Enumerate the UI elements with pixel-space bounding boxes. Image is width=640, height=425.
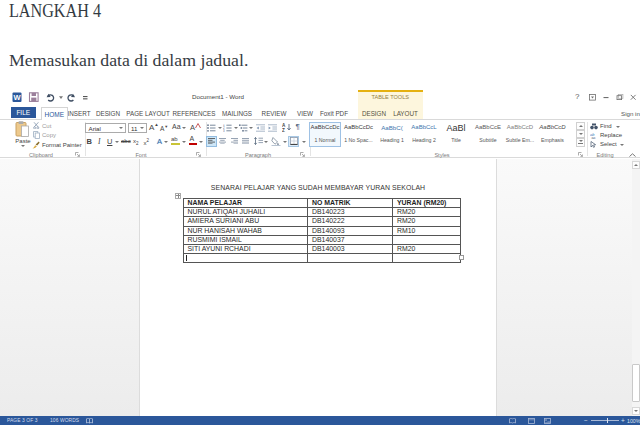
svg-text:3: 3 [223, 129, 225, 132]
svg-text:W: W [13, 93, 21, 102]
svg-text:ac: ac [592, 135, 596, 139]
svg-text:Z: Z [282, 128, 285, 132]
